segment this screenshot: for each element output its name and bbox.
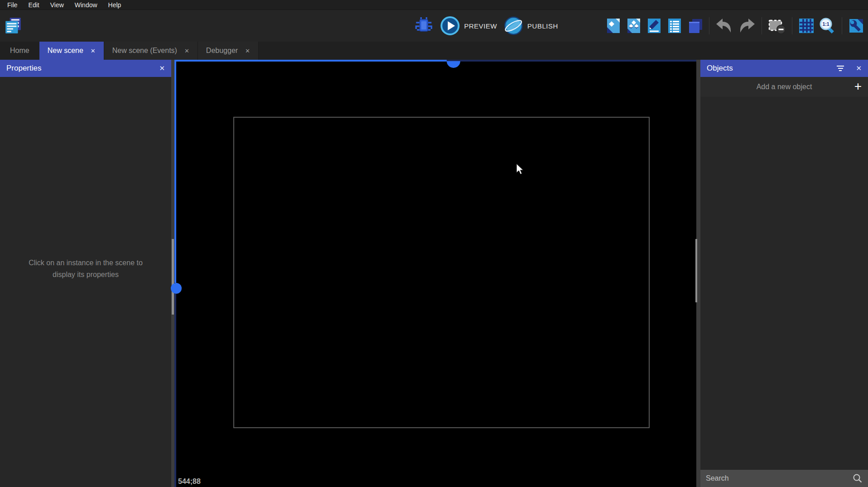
- toggle-grid-icon[interactable]: [798, 18, 815, 34]
- properties-panel-title: Properties: [6, 64, 41, 73]
- menu-help[interactable]: Help: [103, 0, 127, 10]
- preview-label: PREVIEW: [464, 22, 497, 30]
- tab-new-scene-events-label: New scene (Events): [112, 47, 177, 55]
- properties-empty-message-line2: display its properties: [29, 269, 143, 281]
- objects-search-input[interactable]: [706, 474, 853, 482]
- selection-left-edge-far: [174, 294, 176, 487]
- delete-selection-icon[interactable]: [768, 17, 786, 34]
- publish-label: PUBLISH: [527, 22, 558, 30]
- cursor-coordinates: 544;88: [178, 477, 201, 486]
- editor-tabs: Home New scene ✕ New scene (Events) ✕ De…: [0, 42, 868, 60]
- canvas-scrollbar-track[interactable]: [696, 60, 700, 487]
- menu-view[interactable]: View: [45, 0, 69, 10]
- open-properties-icon[interactable]: [646, 18, 662, 34]
- svg-text:1:1: 1:1: [822, 21, 829, 27]
- selection-top-edge: [174, 60, 447, 62]
- filter-icon[interactable]: [837, 66, 844, 71]
- menu-file[interactable]: File: [2, 0, 23, 10]
- properties-panel: Properties ✕ Click on an instance in the…: [0, 60, 171, 487]
- tab-new-scene-events[interactable]: New scene (Events) ✕: [104, 42, 198, 60]
- close-panel-icon[interactable]: ✕: [159, 64, 165, 72]
- toolbar-separator: [709, 17, 709, 34]
- scene-canvas[interactable]: 544;88: [174, 60, 696, 487]
- preview-button[interactable]: PREVIEW: [440, 16, 497, 36]
- objects-panel-header: Objects ✕: [700, 60, 868, 77]
- menu-window[interactable]: Window: [69, 0, 103, 10]
- toolbar-separator: [842, 17, 842, 34]
- tab-home-label: Home: [10, 47, 29, 55]
- app-window: File Edit View Window Help: [0, 0, 868, 487]
- objects-panel-title: Objects: [707, 64, 733, 73]
- selection-top-resize-handle[interactable]: [447, 61, 460, 68]
- tab-home[interactable]: Home: [0, 42, 39, 60]
- publish-button[interactable]: PUBLISH: [503, 16, 558, 36]
- main-toolbar: PREVIEW PUBLISH: [0, 10, 868, 42]
- objects-panel: Objects ✕ Add a new object +: [700, 60, 868, 487]
- open-layers-icon[interactable]: [687, 18, 703, 34]
- properties-panel-header: Properties ✕: [0, 60, 171, 77]
- canvas-scrollbar-thumb[interactable]: [695, 239, 697, 302]
- toolbar-separator: [792, 17, 792, 34]
- game-window-frame: [233, 117, 650, 428]
- properties-resize-gutter[interactable]: [171, 60, 174, 487]
- tab-debugger[interactable]: Debugger ✕: [198, 42, 259, 60]
- open-instances-list-icon[interactable]: [666, 18, 683, 34]
- zoom-options-icon[interactable]: 1:1: [819, 17, 836, 34]
- menu-bar: File Edit View Window Help: [0, 0, 868, 10]
- project-manager-icon[interactable]: [4, 16, 23, 35]
- selection-left-edge: [174, 60, 176, 283]
- objects-list: [700, 97, 868, 469]
- menu-edit[interactable]: Edit: [23, 0, 45, 10]
- close-tab-icon[interactable]: ✕: [245, 48, 250, 54]
- open-object-groups-icon[interactable]: [626, 18, 642, 34]
- undo-icon[interactable]: [715, 18, 733, 33]
- objects-search-bar: [700, 469, 868, 487]
- main-area: Properties ✕ Click on an instance in the…: [0, 60, 868, 487]
- redo-icon[interactable]: [738, 18, 756, 33]
- search-icon[interactable]: [853, 473, 863, 483]
- tab-new-scene[interactable]: New scene ✕: [39, 42, 104, 60]
- publish-globe-icon: [503, 16, 523, 36]
- selection-left-resize-handle[interactable]: [171, 283, 182, 294]
- mouse-cursor: [516, 164, 524, 177]
- add-object-plus-icon[interactable]: +: [854, 79, 862, 94]
- tab-debugger-label: Debugger: [206, 47, 238, 55]
- toolbar-separator: [762, 17, 762, 34]
- preview-play-icon: [440, 16, 460, 36]
- close-panel-icon[interactable]: ✕: [856, 64, 862, 72]
- properties-empty-message: Click on an instance in the scene to dis…: [29, 257, 143, 281]
- close-tab-icon[interactable]: ✕: [91, 48, 96, 54]
- tab-new-scene-label: New scene: [48, 47, 83, 55]
- properties-empty-message-line1: Click on an instance in the scene to: [29, 257, 143, 269]
- properties-scrollbar-thumb[interactable]: [172, 239, 174, 315]
- debugger-icon[interactable]: [414, 15, 434, 36]
- open-objects-panel-icon[interactable]: [605, 18, 622, 34]
- add-object-row[interactable]: Add a new object +: [700, 77, 868, 97]
- scene-properties-icon[interactable]: [848, 18, 864, 34]
- add-object-label: Add a new object: [757, 83, 812, 91]
- properties-panel-body: Click on an instance in the scene to dis…: [0, 77, 171, 487]
- close-tab-icon[interactable]: ✕: [184, 48, 189, 54]
